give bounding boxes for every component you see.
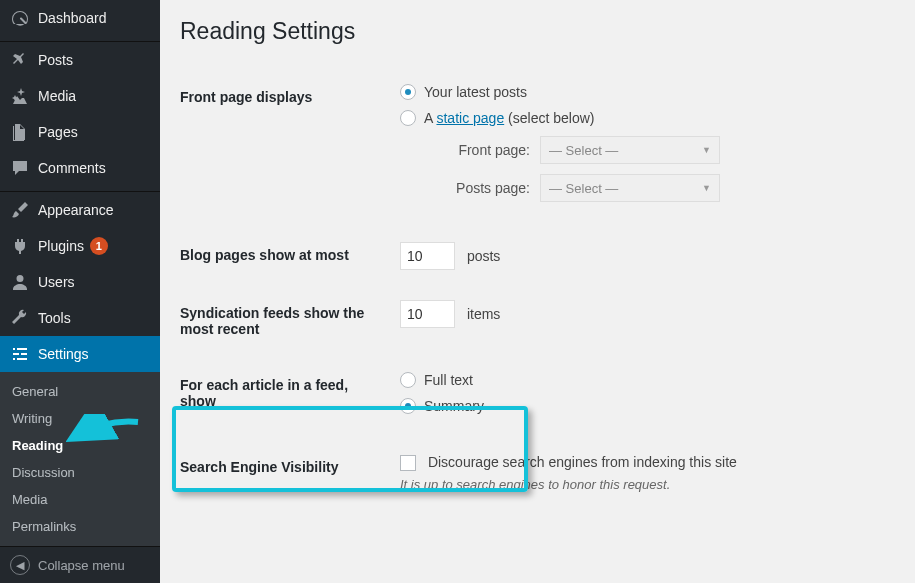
input-suffix: items	[467, 306, 500, 322]
field-label-blog-pages: Blog pages show at most	[180, 227, 390, 285]
static-page-link[interactable]: static page	[436, 110, 504, 126]
update-badge: 1	[90, 237, 108, 255]
sidebar-item-pages[interactable]: Pages	[0, 114, 160, 150]
sidebar-item-label: Comments	[38, 160, 106, 176]
brush-icon	[10, 200, 30, 220]
plug-icon	[10, 236, 30, 256]
radio-label: A static page (select below)	[424, 110, 594, 126]
front-page-select-label: Front page:	[440, 142, 530, 158]
blog-pages-input[interactable]	[400, 242, 455, 270]
main-content: Reading Settings Front page displays You…	[160, 0, 915, 583]
radio-label: Your latest posts	[424, 84, 527, 100]
submenu-reading[interactable]: Reading	[0, 432, 160, 459]
posts-page-select[interactable]: — Select —	[540, 174, 720, 202]
sidebar-item-plugins[interactable]: Plugins 1	[0, 228, 160, 264]
sidebar-item-label: Plugins	[38, 238, 84, 254]
radio-static-page[interactable]	[400, 110, 416, 126]
sidebar-item-label: Posts	[38, 52, 73, 68]
sidebar-item-comments[interactable]: Comments	[0, 150, 160, 186]
field-label-feed-content: For each article in a feed, show	[180, 357, 390, 439]
sidebar-item-appearance[interactable]: Appearance	[0, 192, 160, 228]
field-label-front-page: Front page displays	[180, 69, 390, 227]
tools-icon	[10, 308, 30, 328]
sidebar-item-tools[interactable]: Tools	[0, 300, 160, 336]
collapse-icon: ◀	[10, 555, 30, 575]
settings-submenu: General Writing Reading Discussion Media…	[0, 372, 160, 546]
submenu-writing[interactable]: Writing	[0, 405, 160, 432]
sidebar-item-users[interactable]: Users	[0, 264, 160, 300]
radio-label: Full text	[424, 372, 473, 388]
sidebar-item-label: Pages	[38, 124, 78, 140]
sidebar-item-label: Tools	[38, 310, 71, 326]
sidebar-item-label: Users	[38, 274, 75, 290]
admin-sidebar: Dashboard Posts Media Pages Comments App…	[0, 0, 160, 583]
field-label-syndication: Syndication feeds show the most recent	[180, 285, 390, 357]
submenu-general[interactable]: General	[0, 378, 160, 405]
dashboard-icon	[10, 8, 30, 28]
pages-icon	[10, 122, 30, 142]
radio-summary[interactable]	[400, 398, 416, 414]
settings-form: Front page displays Your latest posts A …	[180, 69, 895, 507]
field-description: It is up to search engines to honor this…	[400, 477, 885, 492]
submenu-discussion[interactable]: Discussion	[0, 459, 160, 486]
collapse-label: Collapse menu	[38, 558, 125, 573]
radio-latest-posts[interactable]	[400, 84, 416, 100]
users-icon	[10, 272, 30, 292]
pin-icon	[10, 50, 30, 70]
field-label-search-visibility: Search Engine Visibility	[180, 439, 390, 507]
discourage-checkbox[interactable]	[400, 455, 416, 471]
input-suffix: posts	[467, 248, 500, 264]
radio-full-text[interactable]	[400, 372, 416, 388]
page-title: Reading Settings	[180, 18, 895, 45]
syndication-input[interactable]	[400, 300, 455, 328]
collapse-menu[interactable]: ◀ Collapse menu	[0, 546, 160, 583]
sidebar-item-media[interactable]: Media	[0, 78, 160, 114]
sidebar-item-label: Media	[38, 88, 76, 104]
sidebar-item-settings[interactable]: Settings	[0, 336, 160, 372]
submenu-media[interactable]: Media	[0, 486, 160, 513]
media-icon	[10, 86, 30, 106]
sidebar-item-dashboard[interactable]: Dashboard	[0, 0, 160, 36]
checkbox-label: Discourage search engines from indexing …	[428, 454, 737, 470]
radio-label: Summary	[424, 398, 484, 414]
front-page-select[interactable]: — Select —	[540, 136, 720, 164]
posts-page-select-label: Posts page:	[440, 180, 530, 196]
sidebar-item-posts[interactable]: Posts	[0, 42, 160, 78]
sidebar-item-label: Appearance	[38, 202, 114, 218]
sidebar-item-label: Settings	[38, 346, 89, 362]
submenu-permalinks[interactable]: Permalinks	[0, 513, 160, 540]
settings-icon	[10, 344, 30, 364]
comments-icon	[10, 158, 30, 178]
sidebar-item-label: Dashboard	[38, 10, 107, 26]
